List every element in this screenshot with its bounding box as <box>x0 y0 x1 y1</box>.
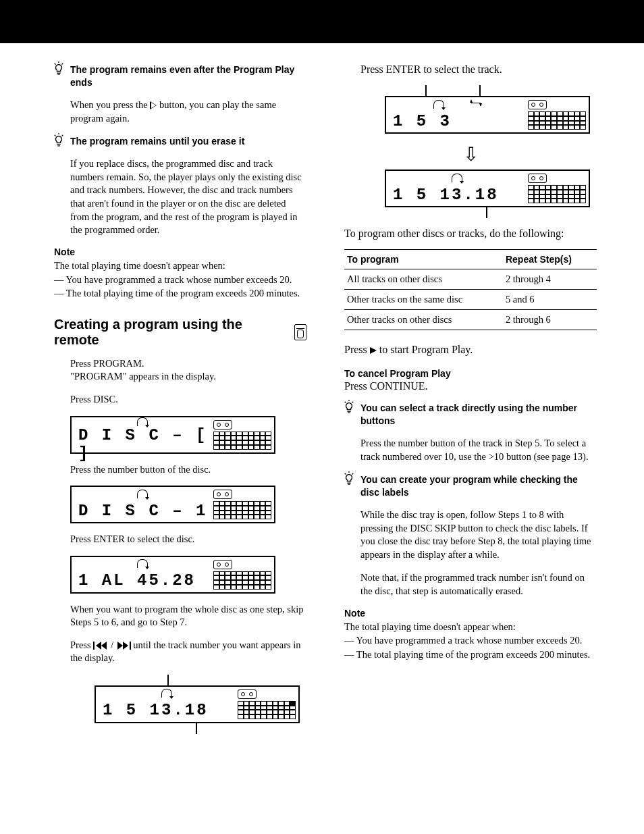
tip-program-remains-until-erase: The program remains until you erase it I… <box>70 135 306 237</box>
lcd-readout: 1 AL 45.28 <box>72 571 213 592</box>
note-heading: Note <box>344 608 597 619</box>
lcd-display-6: 1 5 13.18 <box>385 170 597 218</box>
skip-note: When you want to program the whole disc … <box>70 603 306 629</box>
lcd-display-5: 1 5 3 <box>385 85 597 134</box>
cassette-icon <box>528 100 547 109</box>
table-row: Other tracks on other discs 2 through 6 <box>344 310 597 330</box>
table-cell: Other tracks on the same disc <box>344 290 503 310</box>
calendar-grid <box>528 111 586 130</box>
play-icon <box>370 347 377 354</box>
table-cell: All tracks on other discs <box>344 269 503 290</box>
step-1: Press PROGRAM. "PROGRAM" appears in the … <box>70 357 306 384</box>
tip-body: While the disc tray is open, follow Step… <box>360 509 597 561</box>
note-heading: Note <box>54 246 306 257</box>
step-5: Press / until the track number you want … <box>70 639 306 665</box>
tip-body: When you press the button, you can play … <box>70 99 306 125</box>
cassette-icon <box>213 490 232 499</box>
lightbulb-icon <box>53 132 65 147</box>
step-3: Press the number button of the disc. <box>70 463 306 477</box>
cancel-body: Press CONTINUE. <box>344 380 597 392</box>
cassette-icon <box>238 689 257 699</box>
tip-body: If you replace discs, the programmed dis… <box>70 157 306 236</box>
calendar-grid <box>213 571 271 590</box>
cassette-icon <box>528 174 547 183</box>
text: When you press the <box>70 99 150 110</box>
lightbulb-icon <box>343 471 355 486</box>
table-cell: 2 through 6 <box>503 310 597 330</box>
repeat-icon <box>137 490 148 498</box>
repeat-icon <box>137 417 148 426</box>
right-column: Press ENTER to select the track. 1 5 3 ⇩… <box>344 63 597 744</box>
tip-heading: You can select a track directly using th… <box>360 402 597 427</box>
note-line: The total playing time doesn't appear wh… <box>54 259 306 273</box>
lcd-readout: 1 5 13.18 <box>386 184 528 206</box>
section-heading: Creating a program using the remote <box>54 317 306 348</box>
step-2: Press DISC. <box>70 393 306 407</box>
text: Press <box>70 640 93 650</box>
tip-body: Note that, if the programmed track numbe… <box>360 571 597 598</box>
note-line: — You have programmed a track whose numb… <box>54 273 306 287</box>
svg-line-12 <box>352 402 354 403</box>
tip-body: Press the number button of the track in … <box>360 437 597 463</box>
calendar-grid <box>213 501 271 519</box>
repeat-icon <box>452 174 462 182</box>
table-row: All tracks on other discs 2 through 4 <box>344 269 597 290</box>
cassette-icon <box>213 560 232 569</box>
repeat-icon <box>137 559 148 568</box>
svg-line-2 <box>62 63 63 65</box>
svg-line-1 <box>55 63 56 65</box>
lcd-readout: 1 5 3 <box>386 111 528 132</box>
cancel-heading: To cancel Program Play <box>344 368 597 379</box>
lightbulb-icon <box>343 399 355 414</box>
header-black-bar <box>0 0 644 43</box>
text: "PROGRAM" appears in the display. <box>70 371 216 382</box>
lightbulb-icon <box>53 61 65 76</box>
calendar-grid <box>238 701 296 719</box>
tip-program-remains-after-play: The program remains even after the Progr… <box>70 63 306 125</box>
left-column: The program remains even after the Progr… <box>54 63 306 744</box>
step-4: Press ENTER to select the disc. <box>70 533 306 546</box>
lcd-display-4: 1 5 13.18 <box>95 675 306 734</box>
single-icon <box>471 103 481 105</box>
svg-line-17 <box>352 473 354 475</box>
next-track-icon <box>116 642 131 650</box>
lcd-display-1: D I S C – [ ] <box>70 416 306 454</box>
svg-line-6 <box>55 135 56 136</box>
lcd-display-2: D I S C – 1 <box>70 486 306 523</box>
lcd-readout: D I S C – [ ] <box>72 426 213 464</box>
svg-line-7 <box>62 135 63 136</box>
text: Press PROGRAM. <box>70 358 144 369</box>
program-steps-table: To program Repeat Step(s) All tracks on … <box>344 249 597 330</box>
note-line: — You have programmed a track whose numb… <box>344 633 597 648</box>
calendar-grid <box>528 185 586 203</box>
table-cell: Other tracks on other discs <box>344 310 503 330</box>
svg-line-16 <box>345 473 346 475</box>
step-8: Press to start Program Play. <box>344 344 597 356</box>
text: to start Program Play. <box>377 344 473 355</box>
svg-line-11 <box>345 402 346 403</box>
cassette-icon <box>213 420 232 429</box>
lcd-readout: 1 5 13.18 <box>96 700 238 722</box>
table-header: To program <box>344 250 503 269</box>
step-6: Press ENTER to select the track. <box>360 63 597 76</box>
tip-select-track-directly: You can select a track directly using th… <box>360 402 597 463</box>
table-header: Repeat Step(s) <box>503 250 597 269</box>
table-row: Other tracks on the same disc 5 and 6 <box>344 290 597 310</box>
tip-heading: The program remains even after the Progr… <box>70 63 306 89</box>
prev-track-icon <box>93 642 108 650</box>
lcd-display-3: 1 AL 45.28 <box>70 556 306 594</box>
note-line: — The total playing time of the program … <box>344 648 597 662</box>
repeat-icon <box>433 100 444 109</box>
calendar-grid <box>213 432 271 450</box>
table-cell: 2 through 4 <box>503 269 597 290</box>
tip-heading: The program remains until you erase it <box>70 135 306 148</box>
text: Press <box>344 344 370 355</box>
note-line: The total playing time doesn't appear wh… <box>344 620 597 634</box>
tip-heading: You can create your program while checki… <box>360 473 597 499</box>
heading-text: Creating a program using the remote <box>54 317 289 348</box>
repeat-icon <box>161 689 172 698</box>
step-7: To program other discs or tracks, do the… <box>344 228 597 240</box>
tip-check-disc-labels: You can create your program while checki… <box>360 473 597 598</box>
play-icon <box>150 102 157 109</box>
lcd-readout: D I S C – 1 <box>72 500 213 522</box>
